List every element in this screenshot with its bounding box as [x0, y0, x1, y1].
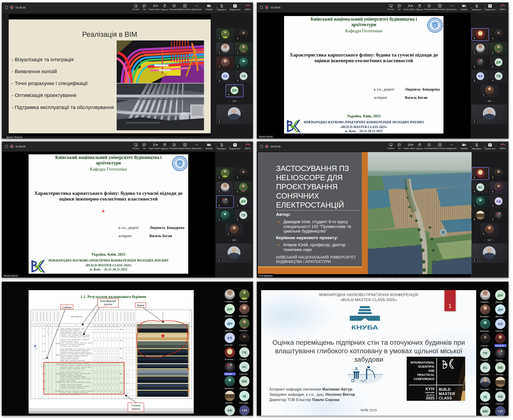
svg-text:12: 12 — [101, 324, 103, 326]
svg-text:BUILD: BUILD — [439, 387, 451, 392]
svg-text:Глибина: Глибина — [62, 306, 72, 309]
svg-text:35: 35 — [120, 357, 122, 359]
svg-text:10: 10 — [94, 324, 96, 326]
svg-text:21: 21 — [133, 324, 135, 326]
svg-text:ST (Pc): ST (Pc) — [55, 390, 60, 392]
svg-text:18: 18 — [124, 324, 126, 326]
svg-text:CONFERENCE: CONFERENCE — [414, 377, 435, 381]
svg-text:4: 4 — [43, 324, 44, 326]
svg-text:80: 80 — [120, 348, 122, 349]
svg-text:2025: 2025 — [426, 396, 435, 400]
svg-text:-5.0: -5.0 — [43, 358, 46, 360]
svg-text:3: 3 — [40, 324, 41, 326]
svg-text:80: 80 — [120, 391, 122, 393]
svg-text:17: 17 — [120, 324, 122, 326]
svg-text:16: 16 — [116, 324, 118, 326]
svg-text:11: 11 — [98, 324, 99, 326]
svg-text:ST (Pc): ST (Pc) — [55, 381, 60, 383]
svg-text:KWt: KWt — [56, 363, 59, 365]
svg-text:Керни: Керни — [137, 304, 144, 307]
svg-text:ґрунтів: ґрунтів — [104, 303, 112, 306]
svg-text:7: 7 — [54, 324, 55, 326]
svg-text:Opis litologiczny: Opis litologiczny — [71, 316, 82, 318]
svg-text:8: 8 — [57, 324, 58, 326]
svg-text:SCIENTIFIC: SCIENTIFIC — [418, 365, 435, 368]
svg-text:0: 0 — [127, 373, 128, 375]
svg-text:80: 80 — [120, 373, 122, 375]
svg-text:-3.0: -3.0 — [43, 343, 46, 344]
svg-text:породи: породи — [132, 407, 140, 410]
svg-text:-4.0: -4.0 — [43, 351, 46, 352]
svg-text:-1.0: -1.0 — [43, 328, 46, 329]
svg-text:70: 70 — [120, 382, 122, 384]
svg-text:INTERNATIONAL: INTERNATIONAL — [411, 361, 435, 364]
svg-text:Gs/Gp: Gs/Gp — [56, 343, 60, 345]
svg-text:14: 14 — [108, 324, 110, 326]
svg-text:40: 40 — [120, 329, 122, 330]
svg-text:1: 1 — [33, 324, 34, 326]
svg-text:AND: AND — [428, 369, 435, 372]
svg-text:PRACTICAL: PRACTICAL — [417, 373, 435, 376]
svg-text:Gp/Gs: Gp/Gs — [56, 354, 60, 356]
svg-text:0: 0 — [127, 392, 128, 393]
svg-text:-2.0: -2.0 — [43, 335, 46, 337]
svg-text:UKRAINE: UKRAINE — [425, 391, 435, 394]
svg-text:2.7: 2.7 — [35, 348, 37, 350]
svg-text:0: 0 — [127, 382, 128, 384]
svg-text:CLASS: CLASS — [439, 396, 452, 400]
svg-text:20: 20 — [130, 324, 132, 326]
svg-text:MASTER: MASTER — [439, 392, 455, 396]
svg-text:KYIV: KYIV — [425, 387, 435, 391]
svg-text:9: 9 — [76, 324, 77, 326]
svg-text:Класифікація: Класифікація — [100, 299, 116, 302]
svg-text:Скельні: Скельні — [131, 404, 141, 407]
svg-text:15: 15 — [112, 324, 114, 326]
svg-text:2: 2 — [37, 324, 38, 326]
svg-text:66: 66 — [120, 339, 122, 341]
svg-text:19: 19 — [127, 324, 129, 326]
svg-text:1.1. Результати колонкового бу: 1.1. Результати колонкового буріння — [80, 294, 146, 299]
svg-text:КНУБА: КНУБА — [351, 324, 378, 330]
svg-text:13: 13 — [105, 324, 106, 326]
svg-text:ST (Pc): ST (Pc) — [55, 373, 60, 375]
